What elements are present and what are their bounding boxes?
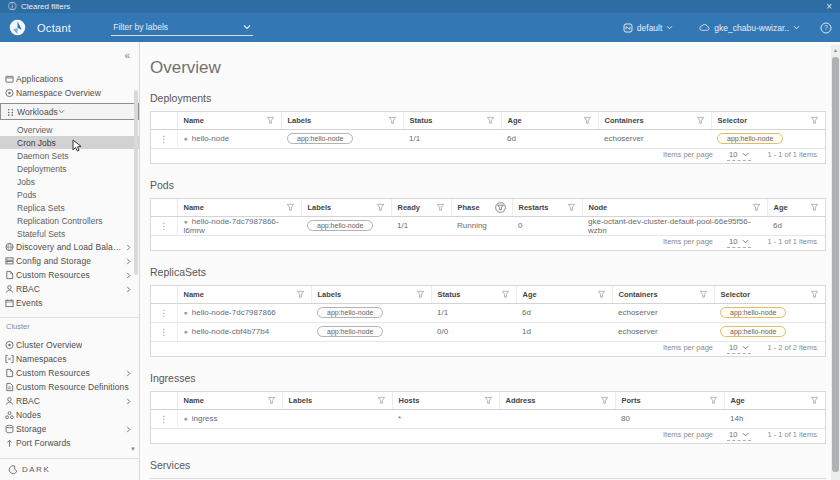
label-chip[interactable]: app:hello-node xyxy=(287,133,353,144)
sidebar-item-rbac[interactable]: RBAC xyxy=(0,282,139,296)
page-size-select[interactable]: 10 xyxy=(727,430,751,441)
sidebar-item-nodes[interactable]: Nodes xyxy=(0,408,139,422)
sidebar-subitem-overview[interactable]: Overview xyxy=(0,123,139,136)
sidebar-item-custom-resource-definitions[interactable]: Custom Resource Definitions xyxy=(0,380,139,394)
filter-funnel-icon[interactable] xyxy=(696,116,705,125)
selector-chip[interactable]: app:hello-node xyxy=(720,307,786,318)
selector-chip[interactable]: app:hello-node xyxy=(720,326,786,337)
sidebar-item-label: Custom Resources xyxy=(16,368,90,378)
cell-labels: app:hello-node xyxy=(301,216,391,235)
sidebar-subitem-replica-sets[interactable]: Replica Sets xyxy=(0,201,139,214)
row-menu-icon[interactable]: ⋮ xyxy=(151,409,177,428)
filter-funnel-icon[interactable] xyxy=(583,116,592,125)
table-footer: Items per page101 - 1 of 1 items xyxy=(151,235,825,250)
filter-funnel-icon[interactable] xyxy=(810,396,819,405)
filter-funnel-icon[interactable] xyxy=(416,290,425,299)
resource-link[interactable]: hello-node-7dc7987866 xyxy=(192,308,276,317)
sidebar-item-applications[interactable]: Applications xyxy=(0,72,139,86)
label-chip[interactable]: app:hello-node xyxy=(307,220,373,231)
sidebar-item-port-forwards[interactable]: Port Forwards xyxy=(0,436,139,450)
filter-funnel-icon[interactable] xyxy=(600,396,609,405)
filter-funnel-icon[interactable] xyxy=(267,396,276,405)
sidebar-item-cluster-overview[interactable]: Cluster Overview xyxy=(0,338,139,352)
sidebar-subitem-jobs[interactable]: Jobs xyxy=(0,175,139,188)
help-icon[interactable]: ? xyxy=(820,22,832,34)
selector-chip[interactable]: app:hello-node xyxy=(717,133,783,144)
chevron-right-icon xyxy=(125,426,132,433)
sidebar-subitem-daemon-sets[interactable]: Daemon Sets xyxy=(0,149,139,162)
sidebar-item-rbac[interactable]: RBAC xyxy=(0,394,139,408)
row-menu-icon[interactable]: ⋮ xyxy=(151,129,177,148)
sidebar-subitem-replication-controllers[interactable]: Replication Controllers xyxy=(0,214,139,227)
filter-funnel-icon[interactable] xyxy=(436,203,445,212)
resource-link[interactable]: hello-node xyxy=(192,134,229,143)
page-size-select[interactable]: 10 xyxy=(727,150,751,161)
sidebar-subitem-deployments[interactable]: Deployments xyxy=(0,162,139,175)
filter-funnel-icon[interactable] xyxy=(501,290,510,299)
main-scrollbar[interactable]: ▲ xyxy=(831,45,840,480)
sidebar-item-config-and-storage[interactable]: Config and Storage xyxy=(0,254,139,268)
filter-funnel-icon[interactable] xyxy=(597,290,606,299)
page-size-select[interactable]: 10 xyxy=(727,343,751,354)
close-icon[interactable]: × xyxy=(826,2,832,12)
rbac-icon xyxy=(5,396,14,406)
context-selector[interactable]: gke_chabu-wwizar.. xyxy=(699,23,800,33)
sidebar-item-namespace-overview[interactable]: Namespace Overview xyxy=(0,86,139,100)
scroll-up-icon[interactable]: ▲ xyxy=(833,47,838,53)
filter-funnel-icon[interactable] xyxy=(709,396,718,405)
filter-funnel-icon[interactable] xyxy=(484,396,493,405)
sidebar-expanded-group[interactable]: Workloads xyxy=(0,103,139,120)
sidebar-scroll-down-icon[interactable]: ▼ xyxy=(130,446,136,452)
row-menu-icon[interactable]: ⋮ xyxy=(151,322,177,341)
cell-text: echoserver xyxy=(612,303,714,322)
sidebar-item-events[interactable]: Events xyxy=(0,296,139,310)
label-filter-input[interactable]: Filter by labels xyxy=(111,20,253,36)
cell-text: 1/1 xyxy=(403,129,501,148)
resource-link[interactable]: hello-node-cbf4b77b4 xyxy=(192,327,269,336)
filter-funnel-icon[interactable] xyxy=(377,396,386,405)
cell-text: echoserver xyxy=(598,129,711,148)
page-size-select[interactable]: 10 xyxy=(727,237,751,248)
filter-funnel-icon[interactable] xyxy=(699,290,708,299)
filter-funnel-icon[interactable] xyxy=(495,202,506,213)
sidebar-item-namespaces[interactable]: Namespaces xyxy=(0,352,139,366)
table-row: ⋮●hello-nodeapp:hello-node1/16dechoserve… xyxy=(151,129,825,148)
sidebar-item-workloads[interactable]: Workloads xyxy=(1,105,72,119)
row-menu-icon[interactable]: ⋮ xyxy=(151,303,177,322)
filter-funnel-icon[interactable] xyxy=(567,203,576,212)
label-chip[interactable]: app:hello-node xyxy=(317,307,383,318)
sidebar-item-discovery-and-load-balanc[interactable]: Discovery and Load Balanc... xyxy=(0,240,139,254)
filter-funnel-icon[interactable] xyxy=(296,290,305,299)
sidebar-subitem-stateful-sets[interactable]: Stateful Sets xyxy=(0,227,139,240)
filter-funnel-icon[interactable] xyxy=(752,203,761,212)
cluster-overview-icon xyxy=(5,340,14,350)
filter-funnel-icon[interactable] xyxy=(810,116,819,125)
filter-funnel-icon[interactable] xyxy=(388,116,397,125)
resource-link[interactable]: hello-node-7dc7987866-l6mrw xyxy=(184,217,279,235)
collapse-sidebar-icon[interactable]: « xyxy=(124,50,130,61)
scrollbar-thumb[interactable] xyxy=(832,57,839,472)
column-label: Selector xyxy=(718,116,748,125)
theme-toggle[interactable]: DARK xyxy=(0,458,139,480)
sidebar-item-label: Custom Resources xyxy=(16,270,90,280)
row-menu-icon[interactable]: ⋮ xyxy=(151,216,177,235)
cell-text: 1/1 xyxy=(431,303,516,322)
label-chip[interactable]: app:hello-node xyxy=(317,326,383,337)
sidebar-scrollbar[interactable] xyxy=(134,90,138,275)
namespace-selector[interactable]: default xyxy=(623,23,674,33)
filter-funnel-icon[interactable] xyxy=(286,203,295,212)
sidebar-subitem-cron-jobs[interactable]: Cron Jobs xyxy=(0,136,139,149)
column-header-labels: Labels xyxy=(282,392,392,409)
sidebar-subitem-pods[interactable]: Pods xyxy=(0,188,139,201)
filter-funnel-icon[interactable] xyxy=(486,116,495,125)
sidebar-item-custom-resources[interactable]: Custom Resources xyxy=(0,366,139,380)
filter-funnel-icon[interactable] xyxy=(810,290,819,299)
sidebar-divider xyxy=(0,317,139,318)
chevron-down-icon xyxy=(742,238,749,245)
filter-funnel-icon[interactable] xyxy=(810,203,819,212)
sidebar-item-custom-resources[interactable]: Custom Resources xyxy=(0,268,139,282)
sidebar-item-storage[interactable]: Storage xyxy=(0,422,139,436)
resource-link[interactable]: ingress xyxy=(192,414,218,423)
filter-funnel-icon[interactable] xyxy=(376,203,385,212)
filter-funnel-icon[interactable] xyxy=(266,116,275,125)
